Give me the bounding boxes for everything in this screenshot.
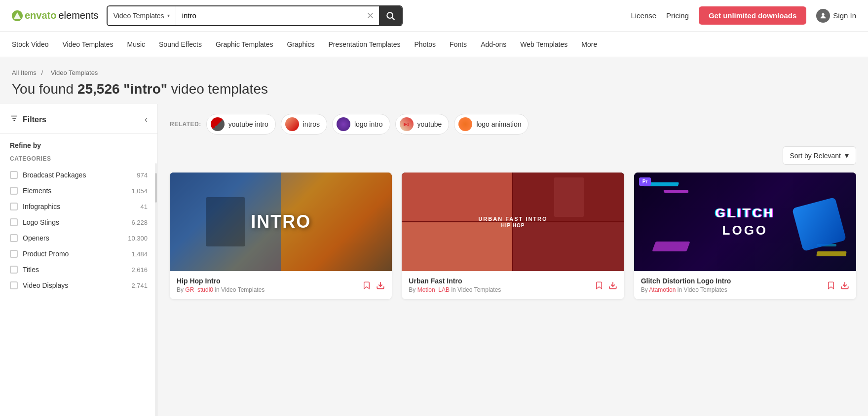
nav-graphic-templates[interactable]: Graphic Templates: [216, 38, 273, 50]
category-checkbox-infographics[interactable]: [10, 203, 18, 210]
nav-photos[interactable]: Photos: [415, 38, 436, 50]
nav-video-templates[interactable]: Video Templates: [62, 38, 113, 50]
sign-in-label: Sign In: [833, 11, 856, 20]
card-text-hiphop: Hip Hop Intro By GR_studi0 in Video Temp…: [177, 277, 264, 293]
bookmark-button-glitch[interactable]: [827, 281, 835, 290]
sort-bar: Sort by Relevant ▾: [170, 146, 856, 165]
category-checkbox-logostings[interactable]: [10, 218, 18, 226]
category-openers[interactable]: Openers 10,300: [10, 230, 148, 246]
category-product-promo[interactable]: Product Promo 1,484: [10, 246, 148, 262]
search-input[interactable]: [176, 6, 362, 25]
page-header: All Items / Video Templates You found 25…: [0, 57, 868, 104]
breadcrumb-all-items[interactable]: All Items: [12, 69, 37, 76]
download-button-glitch[interactable]: [840, 281, 849, 290]
nav-stock-video[interactable]: Stock Video: [12, 38, 48, 50]
category-name-openers: Openers: [23, 234, 123, 242]
tag-label-youtube: youtube: [417, 120, 442, 128]
sidebar: Filters ‹ Refine by Categories Broadcast…: [0, 104, 158, 416]
category-checkbox-titles[interactable]: [10, 266, 18, 274]
category-broadcast-packages[interactable]: Broadcast Packages 974: [10, 167, 148, 183]
tag-label-youtube-intro: youtube intro: [228, 120, 268, 128]
category-checkbox-openers[interactable]: [10, 234, 18, 242]
sort-label: Sort by Relevant: [790, 152, 841, 160]
category-nav: Stock Video Video Templates Music Sound …: [0, 32, 868, 57]
nav-fonts[interactable]: Fonts: [450, 38, 467, 50]
card-thumbnail-urban: URBAN FAST INTRO HIP HOP: [402, 173, 624, 271]
tag-thumb-logo-animation: [458, 117, 472, 131]
category-name-titles: Titles: [23, 266, 126, 274]
scroll-thumb: [155, 173, 157, 203]
category-name-logostings: Logo Stings: [23, 218, 126, 226]
tag-thumb-img-logo-intro: [337, 117, 350, 131]
card-info-urban: Urban Fast Intro By Motion_LAB in Video …: [402, 271, 624, 299]
pricing-link[interactable]: Pricing: [666, 11, 689, 20]
nav-sound-effects[interactable]: Sound Effects: [159, 38, 202, 50]
category-count-titles: 2,616: [131, 266, 148, 274]
breadcrumb-separator: /: [41, 69, 43, 76]
category-video-displays[interactable]: Video Displays 2,741: [10, 277, 148, 293]
search-bar: Video Templates ▾ ✕: [107, 5, 403, 26]
related-tag-youtube-intro[interactable]: youtube intro: [206, 114, 276, 135]
glitch-main-text: GLITCH: [715, 206, 775, 221]
category-name-productpromo: Product Promo: [23, 250, 126, 258]
nav-presentation-templates[interactable]: Presentation Templates: [328, 38, 400, 50]
page-title-suffix: video templates: [167, 81, 268, 97]
search-category-label: Video Templates: [113, 12, 164, 20]
page-title-prefix: You found: [12, 81, 77, 97]
download-button-urban[interactable]: [608, 281, 617, 290]
card-info-glitch: Glitch Distortion Logo Intro By Atamotio…: [634, 271, 856, 299]
category-checkbox-productpromo[interactable]: [10, 250, 18, 258]
bookmark-button-urban[interactable]: [595, 281, 604, 290]
nav-more[interactable]: More: [581, 38, 597, 50]
card-title-hiphop: Hip Hop Intro: [177, 277, 264, 285]
search-button[interactable]: [379, 6, 402, 25]
clear-search-button[interactable]: ✕: [362, 10, 379, 21]
category-checkbox-elements[interactable]: [10, 187, 18, 195]
nav-addons[interactable]: Add-ons: [481, 38, 506, 50]
refine-section: Refine by Categories Broadcast Packages …: [0, 134, 157, 293]
category-checkbox-broadcast[interactable]: [10, 171, 18, 179]
logo-envato: envato: [25, 10, 56, 21]
cta-button[interactable]: Get unlimited downloads: [699, 6, 806, 25]
main-content: RELATED: youtube intro intros logo intro: [158, 104, 868, 416]
product-card-urban[interactable]: URBAN FAST INTRO HIP HOP Urban Fast Intr…: [402, 173, 624, 299]
nav-graphics[interactable]: Graphics: [287, 38, 314, 50]
related-tag-intros[interactable]: intros: [281, 114, 327, 135]
category-infographics[interactable]: Infographics 41: [10, 199, 148, 214]
category-elements[interactable]: Elements 1,054: [10, 183, 148, 199]
search-category-dropdown[interactable]: Video Templates ▾: [108, 6, 176, 25]
bookmark-button-hiphop[interactable]: [362, 281, 371, 290]
related-tag-logo-animation[interactable]: logo animation: [454, 114, 528, 135]
sign-in-button[interactable]: Sign In: [816, 9, 856, 23]
card-author-urban: By Motion_LAB in Video Templates: [409, 286, 501, 293]
tag-label-logo-intro: logo intro: [354, 120, 383, 128]
category-count-videodisplays: 2,741: [131, 282, 148, 289]
category-checkbox-videodisplays[interactable]: [10, 281, 18, 289]
category-name-elements: Elements: [23, 187, 126, 195]
related-tag-logo-intro[interactable]: logo intro: [332, 114, 390, 135]
urban-overlay-subtitle: HIP HOP: [501, 223, 525, 228]
author-link-urban[interactable]: Motion_LAB: [417, 286, 450, 293]
license-link[interactable]: License: [631, 11, 656, 20]
category-logo-stings[interactable]: Logo Stings 6,228: [10, 214, 148, 230]
nav-music[interactable]: Music: [127, 38, 145, 50]
scroll-track: [155, 163, 157, 416]
nav-web-templates[interactable]: Web Templates: [520, 38, 567, 50]
related-tag-youtube[interactable]: ▶3 youtube: [395, 114, 450, 135]
author-link-hiphop[interactable]: GR_studi0: [185, 286, 213, 293]
product-grid: INTRO Hip Hop Intro By GR_studi0 in Vide…: [170, 173, 856, 299]
related-label: RELATED:: [170, 121, 201, 128]
scroll-indicator[interactable]: [154, 163, 157, 416]
sidebar-collapse-button[interactable]: ‹: [145, 114, 148, 125]
header: envatoelements Video Templates ▾ ✕ Licen…: [0, 0, 868, 32]
download-button-hiphop[interactable]: [376, 281, 385, 290]
author-link-glitch[interactable]: Atamotion: [649, 286, 676, 293]
category-count-infographics: 41: [141, 203, 148, 210]
chevron-down-icon: ▾: [167, 13, 170, 18]
product-card-hiphop[interactable]: INTRO Hip Hop Intro By GR_studi0 in Vide…: [170, 173, 392, 299]
logo[interactable]: envatoelements: [12, 10, 99, 21]
category-titles[interactable]: Titles 2,616: [10, 262, 148, 277]
sort-dropdown[interactable]: Sort by Relevant ▾: [783, 146, 857, 165]
product-card-glitch[interactable]: Pr GLITCH LOGO Glitch Distortion Logo In…: [634, 173, 856, 299]
category-count-elements: 1,054: [131, 187, 148, 195]
